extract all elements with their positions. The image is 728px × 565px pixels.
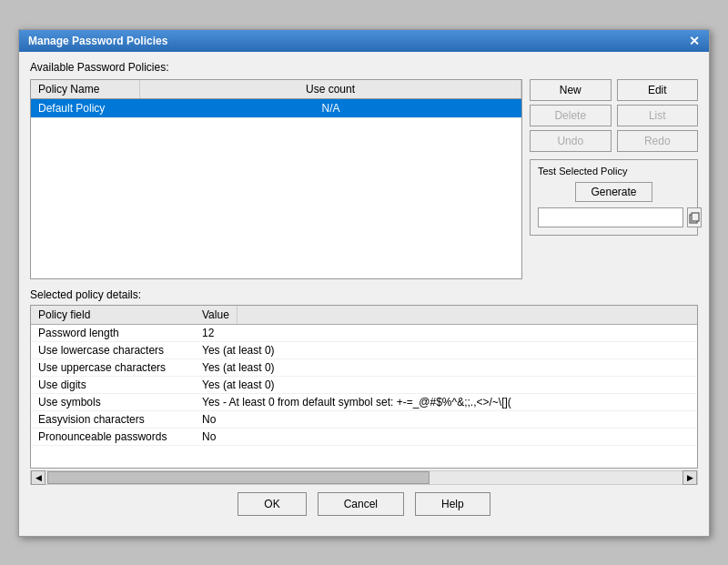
delete-list-row: Delete List (530, 105, 698, 126)
svg-rect-1 (692, 213, 699, 221)
field-cell: Pronounceable passwords (31, 429, 195, 445)
right-panel: New Edit Delete List Undo Redo Test Sele… (530, 79, 698, 279)
details-header: Policy field Value (31, 306, 697, 325)
copy-icon (688, 211, 701, 224)
test-input-row (538, 207, 690, 227)
new-button[interactable]: New (530, 79, 612, 101)
details-row: Pronounceable passwords No (31, 429, 697, 446)
test-input[interactable] (538, 207, 683, 227)
policy-field-header: Policy field (31, 306, 195, 324)
details-row: Use digits Yes (at least 0) (31, 377, 697, 394)
scroll-left-arrow[interactable]: ◀ (31, 470, 46, 485)
policy-name-header: Policy Name (31, 80, 140, 98)
test-policy-group: Test Selected Policy Generate (530, 159, 698, 236)
undo-button[interactable]: Undo (530, 130, 612, 152)
value-cell: Yes (at least 0) (195, 342, 697, 358)
field-cell: Use symbols (31, 394, 195, 410)
generate-button[interactable]: Generate (575, 182, 652, 202)
manage-password-policies-dialog: Manage Password Policies ✕ Available Pas… (18, 29, 710, 537)
value-cell: Yes - At least 0 from default symbol set… (195, 394, 697, 410)
undo-redo-row: Undo Redo (530, 130, 698, 152)
value-cell: No (195, 429, 697, 445)
details-row: Use symbols Yes - At least 0 from defaul… (31, 394, 697, 411)
field-cell: Password length (31, 325, 195, 341)
edit-button[interactable]: Edit (617, 79, 699, 101)
dialog-body: Available Password Policies: Policy Name… (19, 52, 709, 536)
value-cell: No (195, 411, 697, 428)
cancel-button[interactable]: Cancel (318, 492, 404, 516)
details-row: Use lowercase characters Yes (at least 0… (31, 342, 697, 359)
use-count-cell: N/A (140, 99, 521, 117)
copy-button[interactable] (687, 207, 702, 227)
table-row[interactable]: Default Policy N/A (31, 99, 521, 118)
details-row: Password length 12 (31, 325, 697, 342)
policy-table: Policy Name Use count Default Policy N/A (30, 79, 522, 279)
table-header: Policy Name Use count (31, 80, 521, 99)
value-cell: Yes (at least 0) (195, 377, 697, 393)
use-count-header: Use count (140, 80, 521, 98)
test-policy-label: Test Selected Policy (538, 166, 690, 177)
ok-button[interactable]: OK (238, 492, 306, 516)
generate-row: Generate (538, 182, 690, 202)
selected-details-label: Selected policy details: (30, 288, 698, 301)
dialog-title: Manage Password Policies (28, 35, 167, 47)
close-button[interactable]: ✕ (689, 35, 700, 47)
field-cell: Easyvision characters (31, 411, 195, 428)
details-row: Easyvision characters No (31, 411, 697, 429)
help-button[interactable]: Help (415, 492, 490, 516)
value-header: Value (195, 306, 237, 324)
delete-button[interactable]: Delete (530, 105, 612, 126)
scroll-track[interactable] (46, 471, 682, 484)
field-cell: Use digits (31, 377, 195, 393)
main-area: Policy Name Use count Default Policy N/A… (30, 79, 698, 279)
value-cell: Yes (at least 0) (195, 359, 697, 376)
field-cell: Use uppercase characters (31, 359, 195, 376)
redo-button[interactable]: Redo (617, 130, 699, 152)
field-cell: Use lowercase characters (31, 342, 195, 358)
details-table[interactable]: Policy field Value Password length 12 Us… (30, 305, 698, 469)
scroll-thumb[interactable] (47, 471, 430, 484)
details-row: Use uppercase characters Yes (at least 0… (31, 359, 697, 377)
new-edit-row: New Edit (530, 79, 698, 101)
available-label: Available Password Policies: (30, 61, 698, 74)
list-button[interactable]: List (617, 105, 699, 126)
title-bar: Manage Password Policies ✕ (19, 30, 709, 52)
horizontal-scrollbar[interactable]: ◀ ▶ (30, 470, 698, 485)
scroll-right-arrow[interactable]: ▶ (682, 470, 697, 485)
value-cell: 12 (195, 325, 697, 341)
policy-name-cell: Default Policy (31, 99, 140, 117)
dialog-footer: OK Cancel Help (30, 485, 698, 525)
